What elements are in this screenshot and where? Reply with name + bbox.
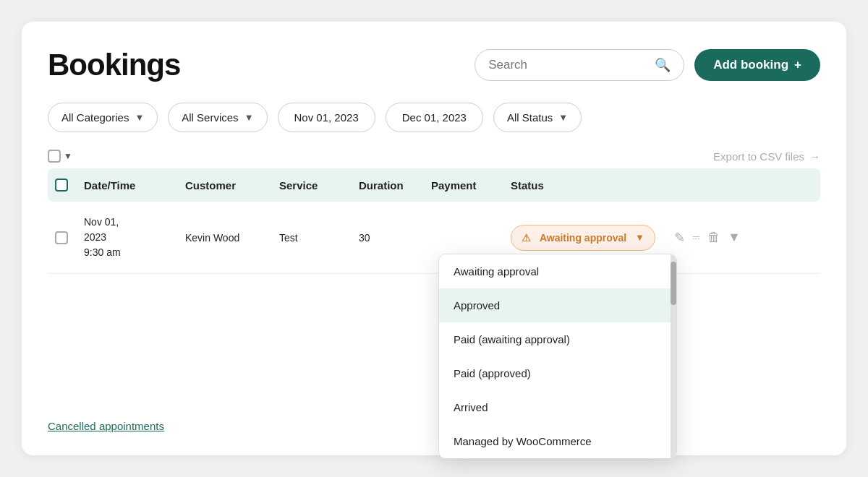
search-box[interactable]: 🔍 bbox=[475, 49, 684, 81]
export-icon: → bbox=[809, 150, 820, 163]
status-label: All Status bbox=[507, 111, 553, 124]
search-input[interactable] bbox=[488, 58, 647, 72]
row-actions: ✎ ⎓ 🗑 ▼ bbox=[674, 230, 741, 246]
status-badge-label: Awaiting approval bbox=[540, 232, 626, 244]
bulk-checkbox[interactable] bbox=[48, 150, 61, 163]
categories-label: All Categories bbox=[61, 111, 129, 124]
th-payment: Payment bbox=[431, 179, 511, 192]
row-checkbox-cell bbox=[55, 231, 84, 244]
th-datetime: Date/Time bbox=[84, 179, 185, 192]
th-service: Service bbox=[279, 179, 359, 192]
dropdown-option-arrived[interactable]: Arrived bbox=[439, 390, 676, 424]
expand-icon[interactable]: ▼ bbox=[728, 230, 741, 245]
status-warning-icon: ⚠ bbox=[522, 232, 531, 244]
search-icon: 🔍 bbox=[655, 57, 671, 73]
header-right: 🔍 Add booking + bbox=[475, 49, 820, 81]
categories-filter[interactable]: All Categories ▼ bbox=[48, 103, 158, 132]
dropdown-option-awaiting-approval[interactable]: Awaiting approval bbox=[439, 254, 676, 288]
filters-row: All Categories ▼ All Services ▼ Nov 01, … bbox=[48, 103, 820, 132]
main-card: Bookings 🔍 Add booking + All Categories … bbox=[22, 22, 846, 455]
row-datetime: Nov 01,20239:30 am bbox=[84, 215, 185, 260]
copy-icon[interactable]: ⎓ bbox=[692, 230, 700, 245]
row-duration: 30 bbox=[359, 232, 431, 244]
status-dropdown: Awaiting approval Approved Paid (awaitin… bbox=[438, 254, 677, 459]
services-chevron-icon: ▼ bbox=[244, 112, 254, 123]
edit-icon[interactable]: ✎ bbox=[674, 230, 685, 246]
add-booking-button[interactable]: Add booking + bbox=[694, 49, 820, 81]
page-header: Bookings 🔍 Add booking + bbox=[48, 48, 820, 82]
status-filter[interactable]: All Status ▼ bbox=[493, 103, 582, 132]
export-csv-button[interactable]: Export to CSV files → bbox=[713, 150, 820, 163]
date-from-filter[interactable]: Nov 01, 2023 bbox=[278, 103, 375, 132]
bulk-checkbox-area: ▼ bbox=[48, 150, 72, 163]
dropdown-scroll-thumb bbox=[671, 262, 676, 305]
row-checkbox[interactable] bbox=[55, 231, 68, 244]
th-duration: Duration bbox=[359, 179, 431, 192]
th-customer: Customer bbox=[185, 179, 279, 192]
services-filter[interactable]: All Services ▼ bbox=[168, 103, 267, 132]
status-badge[interactable]: ⚠ Awaiting approval ▼ bbox=[511, 225, 655, 251]
row-status-cell: ⚠ Awaiting approval ▼ ✎ ⎓ 🗑 ▼ bbox=[511, 225, 741, 251]
delete-icon[interactable]: 🗑 bbox=[707, 230, 720, 245]
dropdown-option-paid-approved[interactable]: Paid (approved) bbox=[439, 356, 676, 390]
cancelled-appointments-link[interactable]: Cancelled appointments bbox=[48, 420, 164, 432]
bulk-row: ▼ Export to CSV files → bbox=[48, 150, 820, 163]
dropdown-option-woocommerce[interactable]: Managed by WooCommerce bbox=[439, 424, 676, 458]
row-customer: Kevin Wood bbox=[185, 232, 279, 244]
bookings-table: Date/Time Customer Service Duration Paym… bbox=[48, 168, 820, 274]
date-to-filter[interactable]: Dec 01, 2023 bbox=[386, 103, 483, 132]
dropdown-option-paid-awaiting[interactable]: Paid (awaiting approval) bbox=[439, 322, 676, 356]
status-chevron-icon: ▼ bbox=[558, 112, 568, 123]
header-checkbox-cell bbox=[55, 179, 84, 192]
categories-chevron-icon: ▼ bbox=[135, 112, 144, 123]
th-status: Status bbox=[511, 179, 820, 192]
page-title: Bookings bbox=[48, 48, 180, 82]
dropdown-option-approved[interactable]: Approved bbox=[439, 288, 676, 322]
date-to-label: Dec 01, 2023 bbox=[402, 111, 467, 124]
export-label: Export to CSV files bbox=[713, 150, 804, 163]
add-booking-plus-icon: + bbox=[794, 58, 801, 72]
header-checkbox[interactable] bbox=[55, 179, 68, 192]
row-service: Test bbox=[279, 232, 359, 244]
date-from-label: Nov 01, 2023 bbox=[294, 111, 359, 124]
table-header-row: Date/Time Customer Service Duration Paym… bbox=[48, 168, 820, 202]
services-label: All Services bbox=[182, 111, 238, 124]
dropdown-scrollbar bbox=[671, 254, 676, 458]
status-chevron-down-icon: ▼ bbox=[635, 232, 644, 243]
add-booking-label: Add booking bbox=[713, 58, 788, 72]
table-row: Nov 01,20239:30 am Kevin Wood Test 30 ⚠ … bbox=[48, 202, 820, 274]
bulk-chevron-icon[interactable]: ▼ bbox=[64, 151, 72, 161]
